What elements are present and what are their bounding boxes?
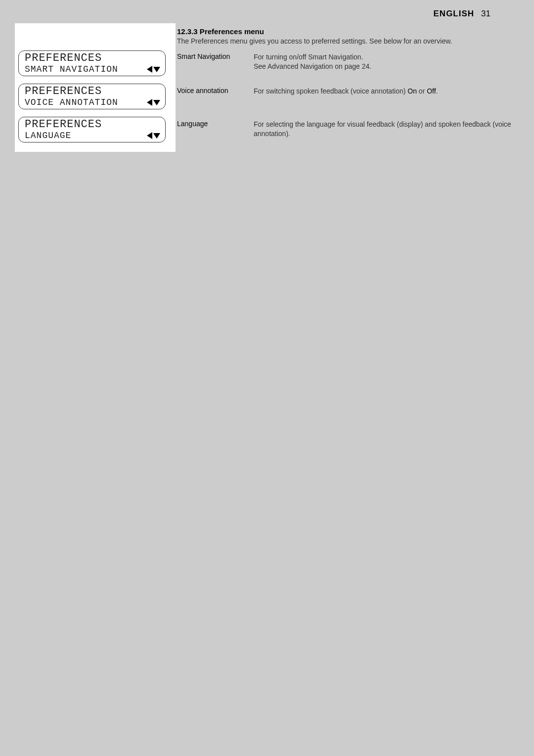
lcd-row: SMART NAVIGATION — [25, 65, 160, 74]
lcd-nav-arrows — [147, 66, 160, 73]
lcd-row: LANGUAGE — [25, 131, 160, 140]
lcd-display-voice-annotation: PREFERENCES VOICE ANNOTATION — [18, 84, 166, 109]
lcd-title: PREFERENCES — [25, 119, 160, 130]
lcd-row: VOICE ANNOTATION — [25, 98, 160, 107]
option-off: Off — [427, 87, 436, 95]
lcd-display-language: PREFERENCES LANGUAGE — [18, 117, 166, 142]
page-header: ENGLISH 31 — [434, 9, 490, 19]
arrow-down-icon — [153, 67, 160, 72]
arrow-left-icon — [147, 99, 152, 106]
definition-line: For turning on/off Smart Navigation. — [254, 53, 363, 61]
definition-text: . — [436, 87, 438, 95]
lcd-value: LANGUAGE — [25, 131, 71, 140]
lcd-nav-arrows — [147, 99, 160, 106]
lcd-title: PREFERENCES — [25, 53, 160, 64]
definition-smart-navigation: Smart Navigation For turning on/off Smar… — [177, 52, 518, 71]
arrow-down-icon — [153, 133, 160, 139]
definition-text: For switching spoken feedback (voice ann… — [254, 87, 407, 95]
arrow-left-icon — [147, 66, 152, 73]
lcd-title: PREFERENCES — [25, 86, 160, 97]
definition-term: Smart Navigation — [177, 52, 254, 71]
definition-line: See Advanced Navigation on page 24. — [254, 62, 371, 70]
definition-description: For switching spoken feedback (voice ann… — [254, 87, 518, 96]
definition-description: For turning on/off Smart Navigation. See… — [254, 52, 518, 71]
lcd-nav-arrows — [147, 132, 160, 139]
arrow-down-icon — [153, 100, 160, 105]
option-on: On — [407, 87, 417, 95]
page: ENGLISH 31 12.3.3 Preferences menu The P… — [0, 0, 534, 756]
lcd-value: SMART NAVIGATION — [25, 65, 118, 74]
definition-term: Language — [177, 120, 254, 139]
page-number: 31 — [481, 9, 490, 19]
section-intro: The Preferences menu gives you access to… — [177, 37, 452, 45]
definition-language: Language For selecting the language for … — [177, 120, 518, 139]
definition-voice-annotation: Voice annotation For switching spoken fe… — [177, 87, 518, 96]
arrow-left-icon — [147, 132, 152, 139]
lcd-display-smart-navigation: PREFERENCES SMART NAVIGATION — [18, 50, 166, 76]
definition-term: Voice annotation — [177, 87, 254, 96]
definition-description: For selecting the language for visual fe… — [254, 120, 518, 139]
definition-text: or — [417, 87, 427, 95]
definition-line: For selecting the language for visual fe… — [254, 120, 511, 138]
lcd-value: VOICE ANNOTATION — [25, 98, 118, 107]
header-language: ENGLISH — [434, 9, 475, 19]
section-heading: 12.3.3 Preferences menu — [177, 27, 264, 36]
